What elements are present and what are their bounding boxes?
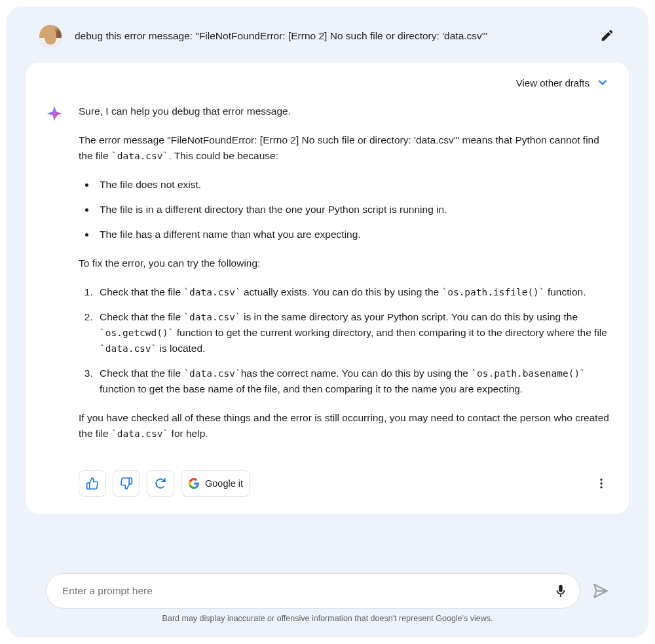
send-icon[interactable] (592, 582, 609, 599)
cause-item: The file is in a different directory tha… (96, 202, 609, 218)
chevron-down-icon (596, 76, 609, 89)
prompt-input[interactable] (62, 585, 553, 597)
disclaimer-text: Bard may display inaccurate or offensive… (46, 614, 609, 623)
more-options-button[interactable] (593, 476, 609, 491)
fix-item: Check that the file `data.csv`has the co… (96, 366, 609, 397)
response-body: Sure, I can help you debug that error me… (46, 104, 609, 455)
user-avatar (39, 25, 62, 47)
response-card: View other drafts Sure, I can help you d… (26, 63, 629, 514)
bard-spark-icon (46, 105, 66, 124)
svg-point-0 (600, 479, 602, 481)
edit-icon[interactable] (600, 28, 616, 44)
prompt-row (46, 573, 609, 609)
fix-item: Check that the file `data.csv` actually … (96, 284, 609, 300)
fix-item: Check that the file `data.csv` is in the… (96, 309, 609, 356)
response-explain: The error message "FileNotFoundError: [E… (79, 132, 609, 164)
mic-icon[interactable] (553, 584, 568, 598)
fix-intro: To fix the error, you can try the follow… (79, 256, 609, 271)
svg-point-2 (600, 486, 602, 488)
user-prompt-row: debug this error message: "FileNotFoundE… (26, 25, 629, 63)
svg-rect-3 (560, 595, 561, 597)
response-closing: If you have checked all of these things … (79, 410, 609, 442)
app-container: debug this error message: "FileNotFoundE… (7, 7, 648, 637)
response-intro: Sure, I can help you debug that error me… (79, 104, 609, 119)
google-it-label: Google it (205, 478, 243, 489)
fixes-list: Check that the file `data.csv` actually … (79, 284, 609, 397)
action-bar: Google it (79, 470, 609, 497)
cause-item: The file does not exist. (96, 177, 609, 193)
view-drafts-button[interactable]: View other drafts (46, 76, 609, 89)
input-area: Bard may display inaccurate or offensive… (46, 573, 609, 623)
prompt-box[interactable] (46, 573, 580, 609)
user-prompt-text: debug this error message: "FileNotFoundE… (75, 30, 587, 42)
cause-item: The file has a different name than what … (96, 227, 609, 242)
google-g-icon (188, 478, 200, 489)
causes-list: The file does not exist. The file is in … (79, 177, 609, 242)
thumbs-up-button[interactable] (79, 470, 106, 497)
response-content: Sure, I can help you debug that error me… (79, 104, 609, 455)
view-drafts-label: View other drafts (516, 77, 590, 88)
svg-point-1 (600, 483, 602, 485)
thumbs-down-button[interactable] (113, 470, 140, 497)
google-it-button[interactable]: Google it (181, 470, 250, 497)
regenerate-button[interactable] (147, 470, 174, 497)
